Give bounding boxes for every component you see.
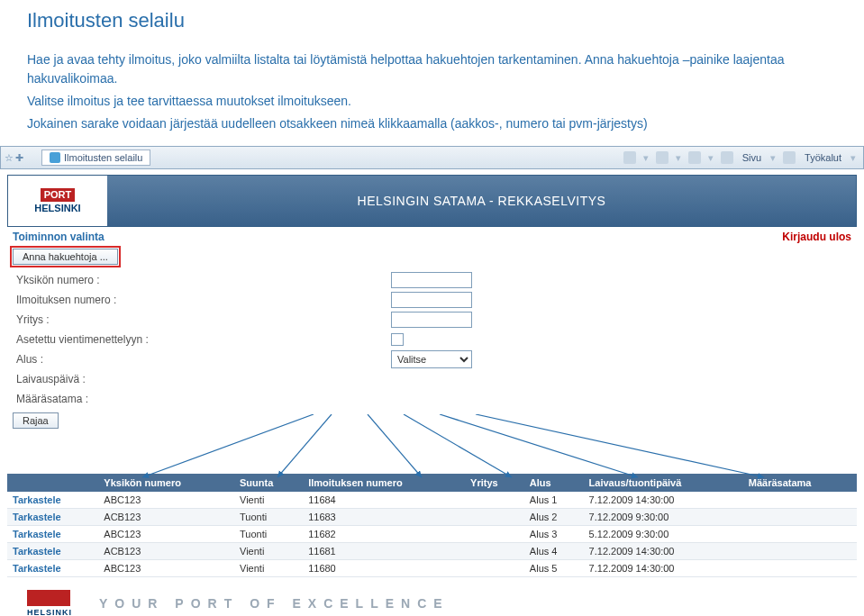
- label-yksikko: Yksikön numero :: [13, 274, 391, 286]
- app-banner: PORT HELSINKI HELSINGIN SATAMA - REKKASE…: [7, 175, 857, 227]
- svg-line-5: [476, 414, 764, 477]
- desc-p2: Valitse ilmoitus ja tee tarvittaessa muu…: [27, 92, 837, 111]
- print-icon[interactable]: [688, 151, 701, 164]
- logo-top: PORT: [41, 188, 76, 202]
- svg-line-2: [368, 414, 422, 477]
- cell-alus: Alus 4: [524, 543, 584, 560]
- footer-logo-block: [27, 590, 70, 606]
- table-row[interactable]: TarkasteleABC123Vienti11680Alus 57.12.20…: [7, 560, 857, 577]
- cell-alus: Alus 3: [524, 526, 584, 543]
- cell-yritys: [465, 560, 524, 577]
- cell-yritys: [465, 543, 524, 560]
- row-view-link[interactable]: Tarkastele: [7, 526, 98, 543]
- svg-line-4: [440, 414, 638, 477]
- cell-alus: Alus 5: [524, 560, 584, 577]
- cell-pvm: 7.12.2009 9:30:00: [584, 509, 743, 526]
- label-yritys: Yritys :: [13, 313, 391, 326]
- cell-ilmoitus: 11680: [303, 560, 465, 577]
- cell-yksikko: ACB123: [98, 509, 234, 526]
- slide-footer: HELSINKI YOUR PORT OF EXCELLENCE: [0, 581, 864, 616]
- footer-logo: HELSINKI: [27, 590, 72, 616]
- cell-yksikko: ABC123: [98, 526, 234, 543]
- banner-logo: PORT HELSINKI: [8, 176, 107, 226]
- tools-icon[interactable]: [783, 151, 796, 164]
- input-ilmoitus[interactable]: [391, 292, 472, 308]
- expand-filters-button[interactable]: Anna hakuehtoja ...: [13, 249, 118, 265]
- browser-tab-bar: ☆ ✚ Ilmoitusten selailu ▾ ▾ ▾ Sivu ▾ Työ…: [0, 146, 864, 169]
- feed-icon[interactable]: [656, 151, 668, 164]
- label-ilmoitus: Ilmoituksen numero :: [13, 294, 391, 306]
- label-vienti: Asetettu vientimenettelyyn :: [13, 333, 391, 346]
- cell-suunta: Vienti: [234, 543, 303, 560]
- row-view-link[interactable]: Tarkastele: [7, 560, 98, 577]
- checkbox-vienti[interactable]: [391, 333, 404, 346]
- cell-yksikko: ACB123: [98, 543, 234, 560]
- cell-pvm: 5.12.2009 9:30:00: [584, 526, 743, 543]
- input-yksikko[interactable]: [391, 272, 472, 288]
- nav-logout[interactable]: Kirjaudu ulos: [782, 231, 851, 243]
- cell-maara: [743, 560, 857, 577]
- logo-sub: HELSINKI: [34, 204, 80, 213]
- svg-line-0: [142, 414, 314, 477]
- cell-yritys: [465, 509, 524, 526]
- svg-line-1: [277, 414, 332, 477]
- footer-tagline: YOUR PORT OF EXCELLENCE: [99, 596, 450, 611]
- page-icon[interactable]: [721, 151, 733, 164]
- cell-maara: [743, 526, 857, 543]
- cell-maara: [743, 509, 857, 526]
- row-view-link[interactable]: Tarkastele: [7, 509, 98, 526]
- desc-p1: Hae ja avaa tehty ilmoitus, joko valmiil…: [27, 50, 837, 88]
- cell-suunta: Tuonti: [234, 509, 303, 526]
- cell-ilmoitus: 11681: [303, 543, 465, 560]
- browser-tab[interactable]: Ilmoitusten selailu: [41, 149, 150, 166]
- cell-suunta: Tuonti: [234, 526, 303, 543]
- menu-page[interactable]: Sivu: [741, 152, 763, 163]
- label-maara: Määräsatama :: [13, 393, 391, 405]
- label-laivaus: Laivauspäivä :: [13, 373, 391, 385]
- desc-p3: Jokainen sarake voidaan järjestää uudell…: [27, 114, 837, 133]
- cell-yritys: [465, 526, 524, 543]
- cell-yksikko: ABC123: [98, 560, 234, 577]
- tab-title: Ilmoitusten selailu: [64, 152, 142, 163]
- select-alus[interactable]: Valitse: [391, 350, 472, 368]
- add-favorite-icon[interactable]: ✚: [15, 152, 23, 164]
- slide-description: Hae ja avaa tehty ilmoitus, joko valmiil…: [0, 37, 864, 146]
- cell-maara: [743, 543, 857, 560]
- nav-toiminnon-valinta[interactable]: Toiminnon valinta: [13, 231, 105, 243]
- footer-logo-text: HELSINKI: [27, 608, 72, 616]
- cell-alus: Alus 2: [524, 509, 584, 526]
- page-title: Ilmoitusten selailu: [27, 9, 837, 32]
- row-view-link[interactable]: Tarkastele: [7, 543, 98, 560]
- banner-title: HELSINGIN SATAMA - REKKASELVITYS: [358, 194, 606, 208]
- favicon-icon: [50, 152, 60, 163]
- table-row[interactable]: TarkasteleABC123Tuonti11682Alus 35.12.20…: [7, 526, 857, 543]
- home-icon[interactable]: [623, 151, 636, 164]
- cell-ilmoitus: 11682: [303, 526, 465, 543]
- menu-tools[interactable]: Työkalut: [803, 152, 843, 163]
- label-alus: Alus :: [13, 353, 391, 366]
- cell-pvm: 7.12.2009 14:30:00: [584, 560, 743, 577]
- table-row[interactable]: TarkasteleACB123Tuonti11683Alus 27.12.20…: [7, 509, 857, 526]
- favorites-icon[interactable]: ☆: [5, 152, 14, 164]
- annotation-arrows: [7, 432, 857, 486]
- input-yritys[interactable]: [391, 312, 472, 328]
- cell-pvm: 7.12.2009 14:30:00: [584, 543, 743, 560]
- cell-ilmoitus: 11683: [303, 509, 465, 526]
- table-row[interactable]: TarkasteleACB123Vienti11681Alus 47.12.20…: [7, 543, 857, 560]
- svg-line-3: [404, 414, 512, 477]
- cell-suunta: Vienti: [234, 560, 303, 577]
